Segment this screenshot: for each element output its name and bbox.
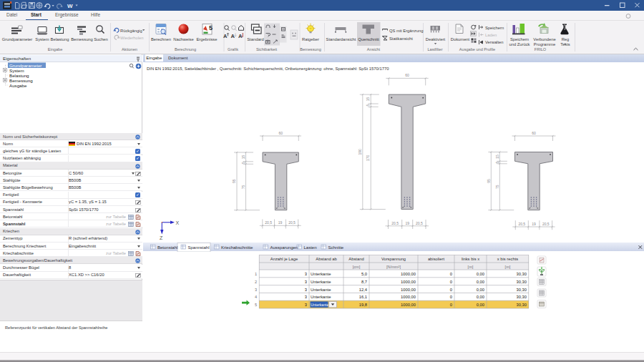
svg-text:60: 60 (532, 131, 536, 135)
svg-text:A: A (231, 33, 235, 39)
svg-text:[cm]: [cm] (353, 265, 361, 269)
svg-text:0: 0 (450, 280, 452, 284)
svg-text:0,00: 0,00 (477, 295, 484, 299)
svg-text:Rückgängig: Rückgängig (120, 29, 142, 33)
svg-text:Aktionen: Aktionen (122, 47, 137, 52)
svg-text:Standard: Standard (247, 37, 264, 41)
svg-text:190: 190 (358, 149, 362, 155)
svg-text:19: 19 (532, 222, 536, 226)
svg-text:Speichern: Speichern (485, 26, 504, 30)
svg-text:Belastung: Belastung (51, 37, 69, 41)
svg-text:[m]: [m] (505, 265, 511, 269)
svg-text:Abstand: Abstand (348, 257, 364, 261)
svg-text:Ratgeber: Ratgeber (302, 37, 319, 41)
svg-text:Aussparungen: Aussparungen (270, 245, 298, 250)
svg-text:Spannstahl: Spannstahl (188, 245, 210, 250)
svg-text:Ausgabe: Ausgabe (9, 83, 27, 88)
svg-text:3: 3 (305, 280, 307, 284)
svg-text:4: 4 (255, 295, 257, 299)
svg-text:Wiederholen: Wiederholen (120, 36, 144, 40)
svg-text:Grundparameter: Grundparameter (9, 63, 42, 68)
svg-text:links bis x: links bis x (462, 257, 479, 261)
svg-text:x bis rechts: x bis rechts (497, 257, 518, 261)
svg-text:30,30: 30,30 (516, 303, 527, 307)
svg-text:30,30: 30,30 (516, 280, 527, 284)
svg-text:[N/mm²]: [N/mm²] (386, 265, 401, 269)
svg-text:0,00: 0,00 (477, 280, 484, 284)
svg-text:Speichern: Speichern (510, 37, 529, 41)
svg-text:Nachweise: Nachweise (173, 37, 193, 41)
svg-text:8,7: 8,7 (361, 280, 367, 284)
svg-text:und Zurück: und Zurück (509, 42, 530, 47)
svg-text:QS mit Ergänzung: QS mit Ergänzung (389, 29, 423, 33)
svg-text:Verwalten: Verwalten (485, 40, 503, 44)
svg-text:0: 0 (450, 295, 452, 299)
svg-text:Reg: Reg (562, 37, 570, 41)
svg-text:Unterkante: Unterkante (311, 295, 331, 299)
svg-text:W: W (67, 3, 73, 9)
svg-text:System: System (9, 68, 24, 73)
svg-text:1000,00: 1000,00 (401, 295, 416, 299)
svg-text:15: 15 (241, 155, 245, 159)
svg-text:Suchen: Suchen (94, 37, 108, 41)
svg-text:Ergebnisse: Ergebnisse (196, 37, 217, 41)
svg-text:Vorspannung: Vorspannung (381, 257, 406, 261)
svg-text:Tests: Tests (560, 42, 570, 47)
svg-text:abisoliert: abisoliert (428, 257, 445, 261)
svg-text:0,00: 0,00 (477, 272, 484, 276)
svg-text:19: 19 (405, 221, 409, 225)
svg-text:Unterkante: Unterkante (311, 272, 331, 276)
svg-text:Statikansicht: Statikansicht (389, 36, 413, 41)
svg-text:3: 3 (305, 303, 307, 307)
svg-text:30,30: 30,30 (516, 295, 527, 299)
svg-text:[m]: [m] (468, 265, 474, 269)
svg-text:60: 60 (278, 131, 283, 135)
svg-text:170: 170 (366, 155, 370, 162)
svg-text:2: 2 (255, 280, 257, 284)
svg-text:Bemessung: Bemessung (71, 37, 93, 41)
svg-text:1000,00: 1000,00 (401, 288, 416, 292)
svg-text:12,4: 12,4 (359, 288, 368, 292)
svg-text:20,5: 20,5 (265, 220, 272, 225)
svg-text:5: 5 (209, 24, 213, 31)
svg-text:3: 3 (305, 272, 307, 276)
svg-text:1000,00: 1000,00 (401, 272, 416, 276)
svg-text:Ausgabe und Profile: Ausgabe und Profile (459, 47, 495, 52)
svg-text:30,30: 30,30 (516, 288, 527, 292)
svg-text:Standardansicht: Standardansicht (326, 37, 356, 41)
svg-text:Bemessung: Bemessung (9, 78, 33, 83)
svg-text:19,8: 19,8 (359, 303, 367, 307)
svg-text:Eingabe: Eingabe (48, 47, 63, 52)
svg-text:19: 19 (278, 220, 283, 225)
svg-text:Querschnitt: Querschnitt (358, 37, 379, 41)
svg-text:Z: Z (160, 235, 163, 240)
svg-text:Verbundene: Verbundene (533, 37, 555, 41)
svg-text:Berechnung: Berechnung (175, 47, 196, 52)
svg-text:3: 3 (305, 288, 307, 292)
svg-text:Belastung: Belastung (9, 73, 29, 78)
svg-text:Laden: Laden (485, 33, 497, 37)
svg-text:Lastfilter: Lastfilter (427, 47, 442, 52)
svg-text:1000,00: 1000,00 (401, 280, 416, 284)
svg-text:95: 95 (487, 179, 491, 183)
svg-text:1: 1 (255, 272, 257, 276)
svg-text:Dokument: Dokument (451, 37, 470, 41)
svg-text:5: 5 (366, 104, 370, 107)
svg-text:30,30: 30,30 (516, 272, 527, 276)
svg-text:Programme: Programme (534, 42, 555, 47)
svg-text:0,00: 0,00 (477, 303, 484, 307)
svg-text:Abstand ab: Abstand ab (316, 257, 336, 261)
svg-text:60: 60 (405, 73, 409, 77)
svg-text:1000,00: 1000,00 (401, 303, 416, 307)
svg-text:5: 5 (255, 303, 257, 307)
svg-text:Unterkante: Unterkante (311, 280, 331, 284)
svg-text:20,5: 20,5 (518, 222, 525, 226)
svg-text:Schnitte: Schnitte (328, 245, 344, 250)
svg-text:20,5: 20,5 (391, 221, 399, 225)
svg-text:15: 15 (495, 155, 499, 159)
svg-text:Lasten: Lasten (304, 245, 317, 250)
svg-text:Bemessung: Bemessung (300, 47, 321, 52)
svg-text:Unterkante: Unterkante (311, 288, 331, 292)
svg-text:3: 3 (305, 295, 307, 299)
svg-text:20,5: 20,5 (416, 221, 423, 225)
